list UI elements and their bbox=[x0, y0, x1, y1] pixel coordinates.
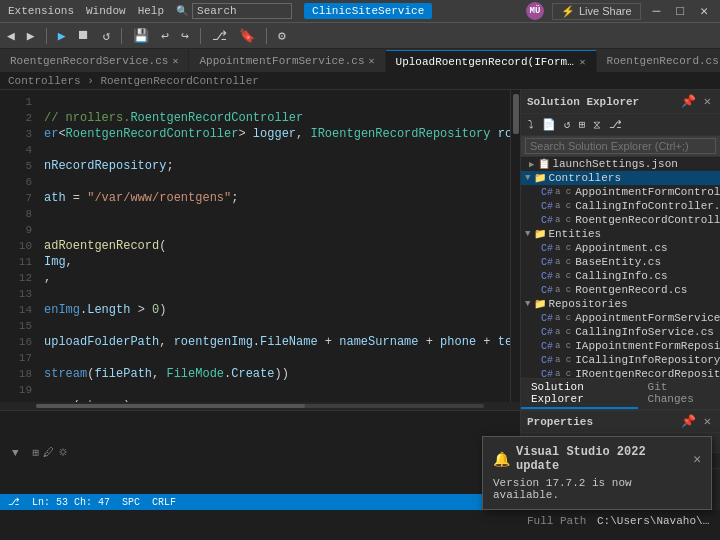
tree-item-iroentgen-repo[interactable]: C# a c IRoentgenRecordRepository.cs bbox=[521, 367, 720, 378]
toolbar-git-icon[interactable]: ⎇ bbox=[209, 27, 230, 45]
ln-7: 7 bbox=[0, 190, 32, 206]
ln-14: 14 bbox=[0, 302, 32, 318]
tree-item-iapptform-repo[interactable]: C# a c IAppointmentFormRepository.cs bbox=[521, 339, 720, 353]
minimize-button[interactable]: ─ bbox=[649, 4, 665, 19]
h-scrollbar[interactable] bbox=[0, 402, 520, 410]
cs-icon-3: C# bbox=[541, 215, 553, 226]
title-search-label[interactable]: Search bbox=[192, 3, 292, 19]
tab-label-0: RoentgenRecordService.cs bbox=[10, 55, 168, 67]
tree-label-roentgenrecord-entity: RoentgenRecord.cs bbox=[575, 284, 687, 296]
tree-item-launch[interactable]: ▶ 📋 launchSettings.json bbox=[521, 157, 720, 171]
se-tab-git[interactable]: Git Changes bbox=[638, 379, 720, 409]
toolbar-save-icon[interactable]: 💾 bbox=[130, 27, 152, 45]
tree-item-callinginfo-entity[interactable]: C# a c CallingInfo.cs bbox=[521, 269, 720, 283]
close-button[interactable]: ✕ bbox=[696, 3, 712, 19]
prop-title: Properties bbox=[527, 416, 593, 428]
maximize-button[interactable]: □ bbox=[672, 4, 688, 19]
code-content[interactable]: // nrollers.RoentgenRecordController er<… bbox=[36, 90, 510, 402]
bp-tab-label[interactable]: ▼ bbox=[8, 446, 23, 460]
se-show-files-btn[interactable]: 📄 bbox=[539, 117, 559, 132]
se-pin-btn[interactable]: 📌 bbox=[678, 93, 699, 110]
tree-item-roentgen-ctrl[interactable]: C# a c RoentgenRecordController.cs bbox=[521, 213, 720, 227]
tree-label-iapptform-repo: IAppointmentFormRepository.cs bbox=[575, 340, 720, 352]
se-refresh-btn[interactable]: ↺ bbox=[561, 117, 574, 132]
se-pending-btn[interactable]: ⧖ bbox=[590, 118, 604, 132]
tree-item-apptform-svc[interactable]: C# a c AppointmentFormService.cs bbox=[521, 311, 720, 325]
status-line-col[interactable]: Ln: 53 Ch: 47 bbox=[32, 497, 110, 508]
active-project-tab[interactable]: ClinicSiteService bbox=[304, 3, 432, 19]
title-menu-help[interactable]: Help bbox=[138, 5, 164, 17]
bp-icon-1[interactable]: ⊞ bbox=[33, 446, 40, 460]
se-tab-explorer[interactable]: Solution Explorer bbox=[521, 379, 638, 409]
tree-item-apptform-ctrl[interactable]: C# a c AppointmentFormController.cs bbox=[521, 185, 720, 199]
tree-label-entities: Entities bbox=[548, 228, 601, 240]
bp-icon-2[interactable]: 🖊 bbox=[43, 446, 54, 460]
access-icon-7: a c bbox=[555, 285, 571, 295]
se-git-btn[interactable]: ⎇ bbox=[606, 117, 625, 132]
tree-item-calling-ctrl[interactable]: C# a c CallingInfoController.cs bbox=[521, 199, 720, 213]
chevron-down-icon-2: ▼ bbox=[525, 229, 530, 239]
se-close-btn[interactable]: ✕ bbox=[701, 93, 714, 110]
editor-tab-0[interactable]: RoentgenRecordService.cs ✕ bbox=[0, 50, 189, 72]
tab-close-1[interactable]: ✕ bbox=[369, 55, 375, 67]
title-bar-right: MÜ ⚡ Live Share ─ □ ✕ bbox=[526, 2, 712, 20]
bp-icon-3[interactable]: ⛭ bbox=[58, 446, 69, 460]
editor-tab-2[interactable]: RoentgenRecord.cs ✕ bbox=[597, 50, 720, 72]
tree-item-calling-svc[interactable]: C# a c CallingInfoService.cs bbox=[521, 325, 720, 339]
editor-area[interactable]: 1 2 3 4 5 6 7 8 9 10 11 12 13 14 15 16 1… bbox=[0, 90, 520, 410]
tab-close-0[interactable]: ✕ bbox=[172, 55, 178, 67]
toolbar-forward-icon[interactable]: ▶ bbox=[24, 27, 38, 45]
se-collapse-btn[interactable]: ⤵ bbox=[525, 117, 537, 132]
se-search-input[interactable] bbox=[525, 138, 716, 154]
cs-icon-11: C# bbox=[541, 355, 553, 366]
toolbar-settings-icon[interactable]: ⚙ bbox=[275, 27, 289, 45]
status-line-ending[interactable]: CRLF bbox=[152, 497, 176, 508]
title-menu-window[interactable]: Window bbox=[86, 5, 126, 17]
tree-item-repositories[interactable]: ▼ 📁 Repositories bbox=[521, 297, 720, 311]
tree-item-icallinginfo-repo[interactable]: C# a c ICallingInfoRepository.cs bbox=[521, 353, 720, 367]
h-scrollbar-thumb bbox=[36, 404, 305, 408]
cs-icon-10: C# bbox=[541, 341, 553, 352]
title-bar-left: Extensions Window Help 🔍 Search ClinicSi… bbox=[8, 3, 432, 19]
tree-label-icallinginfo-repo: ICallingInfoRepository.cs bbox=[575, 354, 720, 366]
file-icon-json: 📋 bbox=[538, 158, 550, 170]
folder-icon-3: 📁 bbox=[534, 298, 546, 310]
title-bar: Extensions Window Help 🔍 Search ClinicSi… bbox=[0, 0, 720, 22]
tab-label-active: UploadRoentgenRecord(IFormFile roentgenI… bbox=[396, 56, 576, 68]
toolbar-restart-icon[interactable]: ↺ bbox=[99, 27, 113, 45]
prop-pin-btn[interactable]: 📌 bbox=[678, 413, 699, 430]
status-encoding[interactable]: SPC bbox=[122, 497, 140, 508]
liveshare-button[interactable]: ⚡ Live Share bbox=[552, 3, 641, 20]
cs-icon-2: C# bbox=[541, 201, 553, 212]
tree-item-baseentity[interactable]: C# a c BaseEntity.cs bbox=[521, 255, 720, 269]
editor-tab-active[interactable]: UploadRoentgenRecord(IFormFile roentgenI… bbox=[386, 50, 597, 72]
prop-close-btn[interactable]: ✕ bbox=[701, 413, 714, 430]
status-col: Ch: 47 bbox=[74, 497, 110, 508]
ln-5: 5 bbox=[0, 158, 32, 174]
se-toolbar: ⤵ 📄 ↺ ⊞ ⧖ ⎇ bbox=[521, 114, 720, 136]
title-menu-extensions[interactable]: Extensions bbox=[8, 5, 74, 17]
tree-item-entities[interactable]: ▼ 📁 Entities bbox=[521, 227, 720, 241]
toolbar-redo-icon[interactable]: ↪ bbox=[178, 27, 192, 45]
scroll-indicator[interactable] bbox=[510, 90, 520, 402]
access-icon-3: a c bbox=[555, 215, 571, 225]
toast-close-btn[interactable]: ✕ bbox=[693, 451, 701, 467]
tree-label-apptform-ctrl: AppointmentFormController.cs bbox=[575, 186, 720, 198]
tree-label-repositories: Repositories bbox=[548, 298, 627, 310]
ln-1: 1 bbox=[0, 94, 32, 110]
toolbar-run-icon[interactable]: ▶ bbox=[55, 27, 69, 45]
toolbar-undo-icon[interactable]: ↩ bbox=[158, 27, 172, 45]
tab-close-active[interactable]: ✕ bbox=[580, 56, 586, 68]
tree-item-controllers[interactable]: ▼ 📁 Controllers bbox=[521, 171, 720, 185]
toolbar-bookmark-icon[interactable]: 🔖 bbox=[236, 27, 258, 45]
code-container: 1 2 3 4 5 6 7 8 9 10 11 12 13 14 15 16 1… bbox=[0, 90, 520, 402]
editor-tab-1[interactable]: AppointmentFormService.cs ✕ bbox=[189, 50, 385, 72]
tab-label-2: RoentgenRecord.cs bbox=[607, 55, 719, 67]
se-filter-btn[interactable]: ⊞ bbox=[576, 117, 589, 132]
toolbar-stop-icon[interactable]: ⏹ bbox=[74, 27, 93, 44]
tree-item-appointment[interactable]: C# a c Appointment.cs bbox=[521, 241, 720, 255]
ln-3: 3 bbox=[0, 126, 32, 142]
toolbar-back-icon[interactable]: ◀ bbox=[4, 27, 18, 45]
tree-item-roentgenrecord-entity[interactable]: C# a c RoentgenRecord.cs bbox=[521, 283, 720, 297]
tree-label-launch: launchSettings.json bbox=[552, 158, 677, 170]
